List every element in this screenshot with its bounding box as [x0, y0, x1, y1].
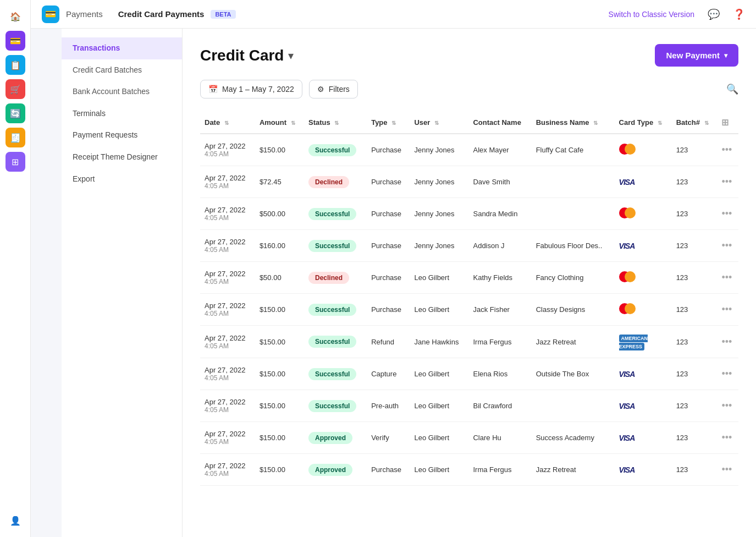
cell-more[interactable]: ••• — [717, 358, 738, 390]
status-badge: Successful — [308, 336, 356, 348]
search-icon[interactable]: 🔍 — [726, 83, 738, 95]
col-header-card-type[interactable]: Card Type ⇅ — [615, 112, 672, 134]
more-options-icon[interactable]: ••• — [721, 240, 732, 251]
cell-batch: 123 — [672, 134, 718, 166]
cell-more[interactable]: ••• — [717, 454, 738, 486]
cell-date: Apr 27, 20224:05 AM — [200, 230, 255, 262]
cell-more[interactable]: ••• — [717, 198, 738, 230]
icon-nav: 🏠 💳 📋 🛒 🔄 🧾 ⊞ 👤 — [0, 0, 31, 537]
more-options-icon[interactable]: ••• — [721, 432, 732, 443]
more-options-icon[interactable]: ••• — [721, 304, 732, 315]
sort-card-type-icon[interactable]: ⇅ — [658, 120, 662, 126]
cell-more[interactable]: ••• — [717, 166, 738, 198]
nav-icon-grid[interactable]: ⊞ — [5, 152, 25, 172]
cell-type: Purchase — [367, 262, 410, 294]
col-header-date[interactable]: Date ⇅ — [200, 112, 255, 134]
cell-amount: $500.00 — [255, 198, 304, 230]
nav-icon-payments[interactable]: 💳 — [5, 31, 25, 51]
table-row: Apr 27, 20224:05 AM$150.00SuccessfulPurc… — [200, 294, 738, 326]
mastercard-icon — [619, 207, 636, 218]
table-row: Apr 27, 20224:05 AM$150.00SuccessfulCapt… — [200, 358, 738, 390]
nav-icon-cart[interactable]: 🛒 — [5, 79, 25, 99]
nav-icon-document[interactable]: 📋 — [5, 55, 25, 75]
cell-user: Jane Hawkins — [410, 326, 468, 358]
more-options-icon[interactable]: ••• — [721, 336, 732, 347]
cell-amount: $150.00 — [255, 422, 304, 454]
nav-icon-home[interactable]: 🏠 — [5, 7, 25, 26]
sort-type-icon[interactable]: ⇅ — [391, 120, 396, 126]
col-header-amount[interactable]: Amount ⇅ — [255, 112, 304, 134]
cell-type: Purchase — [367, 166, 410, 198]
cell-contact: Irma Fergus — [468, 454, 531, 486]
sort-user-icon[interactable]: ⇅ — [434, 120, 439, 126]
page-title-chevron-icon[interactable]: ▾ — [288, 49, 294, 62]
sidebar-item-receipt-theme-designer[interactable]: Receipt Theme Designer — [62, 146, 182, 168]
column-toggle-icon[interactable]: ⊞ — [721, 118, 729, 127]
cell-type: Pre-auth — [367, 390, 410, 422]
more-options-icon[interactable]: ••• — [721, 176, 732, 187]
status-badge: Successful — [308, 240, 356, 252]
cell-business: Success Academy — [532, 422, 615, 454]
cell-status: Declined — [304, 166, 367, 198]
cell-amount: $150.00 — [255, 134, 304, 166]
col-header-contact-name[interactable]: Contact Name — [468, 112, 531, 134]
filters-button[interactable]: ⚙ Filters — [309, 80, 358, 98]
cell-more[interactable]: ••• — [717, 230, 738, 262]
col-header-user[interactable]: User ⇅ — [410, 112, 468, 134]
cell-status: Successful — [304, 294, 367, 326]
more-options-icon[interactable]: ••• — [721, 144, 732, 155]
topbar-beta-badge: BETA — [211, 10, 235, 19]
sidebar-item-terminals[interactable]: Terminals — [62, 103, 182, 125]
nav-icon-user[interactable]: 👤 — [5, 511, 25, 530]
col-toggle[interactable]: ⊞ — [717, 112, 738, 134]
nav-icon-refresh[interactable]: 🔄 — [5, 103, 25, 123]
status-badge: Successful — [308, 400, 356, 412]
sort-business-icon[interactable]: ⇅ — [593, 120, 598, 126]
more-options-icon[interactable]: ••• — [721, 272, 732, 283]
cell-batch: 123 — [672, 390, 718, 422]
sort-batch-icon[interactable]: ⇅ — [704, 120, 709, 126]
cell-contact: Elena Rios — [468, 358, 531, 390]
sidebar-item-transactions[interactable]: Transactions — [62, 37, 182, 59]
sidebar-item-export[interactable]: Export — [62, 168, 182, 190]
col-header-type[interactable]: Type ⇅ — [367, 112, 410, 134]
cell-more[interactable]: ••• — [717, 390, 738, 422]
sidebar-item-bank-account-batches[interactable]: Bank Account Batches — [62, 81, 182, 103]
sort-status-icon[interactable]: ⇅ — [334, 120, 339, 126]
cell-batch: 123 — [672, 198, 718, 230]
chat-icon[interactable]: 💬 — [708, 8, 720, 20]
more-options-icon[interactable]: ••• — [721, 464, 732, 475]
cell-user: Jenny Jones — [410, 230, 468, 262]
new-payment-button[interactable]: New Payment ▾ — [655, 44, 738, 67]
cell-more[interactable]: ••• — [717, 422, 738, 454]
date-filter-button[interactable]: 📅 May 1 – May 7, 2022 — [200, 80, 302, 98]
cell-user: Jenny Jones — [410, 166, 468, 198]
sort-date-icon[interactable]: ⇅ — [224, 120, 229, 126]
cell-batch: 123 — [672, 230, 718, 262]
nav-icon-receipt[interactable]: 🧾 — [5, 128, 25, 147]
cell-more[interactable]: ••• — [717, 134, 738, 166]
more-options-icon[interactable]: ••• — [721, 208, 732, 219]
switch-classic-link[interactable]: Switch to Classic Version — [609, 10, 694, 19]
col-header-batch[interactable]: Batch# ⇅ — [672, 112, 718, 134]
table-row: Apr 27, 20224:05 AM$150.00SuccessfulRefu… — [200, 326, 738, 358]
sort-amount-icon[interactable]: ⇅ — [291, 120, 295, 126]
cell-more[interactable]: ••• — [717, 294, 738, 326]
col-header-status[interactable]: Status ⇅ — [304, 112, 367, 134]
cell-amount: $150.00 — [255, 358, 304, 390]
sidebar-item-payment-requests[interactable]: Payment Requests — [62, 124, 182, 146]
page-title-area: Credit Card ▾ — [200, 47, 294, 64]
filters-row: 📅 May 1 – May 7, 2022 ⚙ Filters 🔍 — [200, 80, 738, 98]
sidebar-item-credit-card-batches[interactable]: Credit Card Batches — [62, 59, 182, 81]
help-icon[interactable]: ❓ — [733, 8, 745, 20]
cell-more[interactable]: ••• — [717, 326, 738, 358]
cell-status: Successful — [304, 390, 367, 422]
more-options-icon[interactable]: ••• — [721, 368, 732, 379]
col-header-business-name[interactable]: Business Name ⇅ — [532, 112, 615, 134]
cell-more[interactable]: ••• — [717, 262, 738, 294]
cell-date: Apr 27, 20224:05 AM — [200, 358, 255, 390]
cell-user: Leo Gilbert — [410, 454, 468, 486]
table-row: Apr 27, 20224:05 AM$500.00SuccessfulPurc… — [200, 198, 738, 230]
more-options-icon[interactable]: ••• — [721, 400, 732, 411]
cell-business: Classy Designs — [532, 294, 615, 326]
